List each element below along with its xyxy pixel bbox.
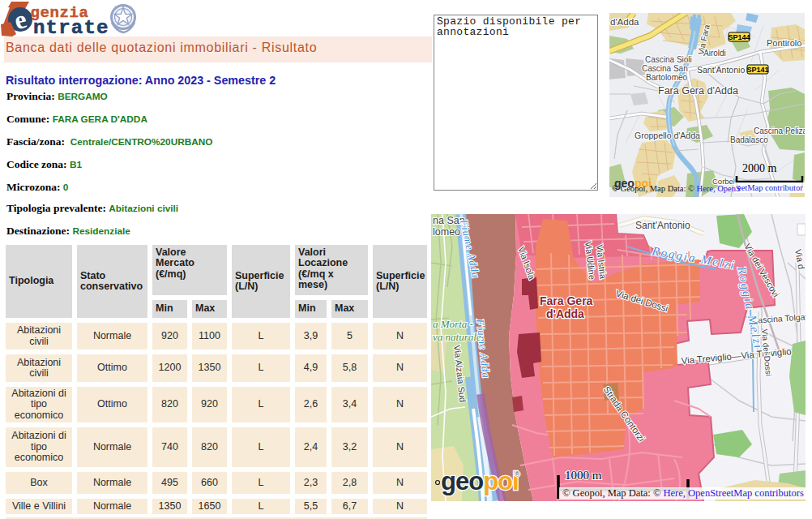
svg-text:va naturale: va naturale [433,331,481,343]
svg-text:Badalasco: Badalasco [730,135,768,144]
svg-text:lomeo: lomeo [433,226,460,238]
svg-text:geopoi: geopoi [441,467,519,495]
svg-text:®: ® [515,470,520,478]
svg-text:d'Adda: d'Adda [546,307,584,320]
svg-text:Fara Gera: Fara Gera [540,294,593,307]
svg-text:ntrate: ntrate [33,17,109,37]
svg-text:Airoldi: Airoldi [703,49,726,58]
svg-text:Bartolomeo: Bartolomeo [646,73,688,82]
svg-text:eetMap contributor: eetMap contributor [737,183,803,192]
svg-text:© Geopoi, Map Data: © Here, Op: © Geopoi, Map Data: © Here, OpenS [612,184,741,193]
svg-text:Pontirolo: Pontirolo [767,38,801,48]
svg-text:Sant'Antonio: Sant'Antonio [635,220,690,231]
svg-text:d'Adda: d'Adda [610,17,639,27]
svg-text:SP144: SP144 [728,33,750,41]
svg-text:Groppello d'Adda: Groppello d'Adda [635,131,700,140]
svg-text:Sant'Antonio: Sant'Antonio [697,65,745,75]
svg-text:Cascina San: Cascina San [642,64,688,73]
svg-text:Cascina Sioli: Cascina Sioli [645,55,692,64]
svg-text:© Geopoi, Map Data: © Here, Op: © Geopoi, Map Data: © Here, OpenStreetMa… [562,487,804,499]
svg-text:Fara Gera d'Adda: Fara Gera d'Adda [658,85,738,97]
svg-text:1000 m: 1000 m [565,469,602,482]
svg-text:2000 m: 2000 m [742,162,777,174]
svg-text:SP141: SP141 [746,66,768,74]
svg-text:Cascina Peliza: Cascina Peliza [754,127,805,135]
svg-text:a Morta -: a Morta - [433,318,473,330]
